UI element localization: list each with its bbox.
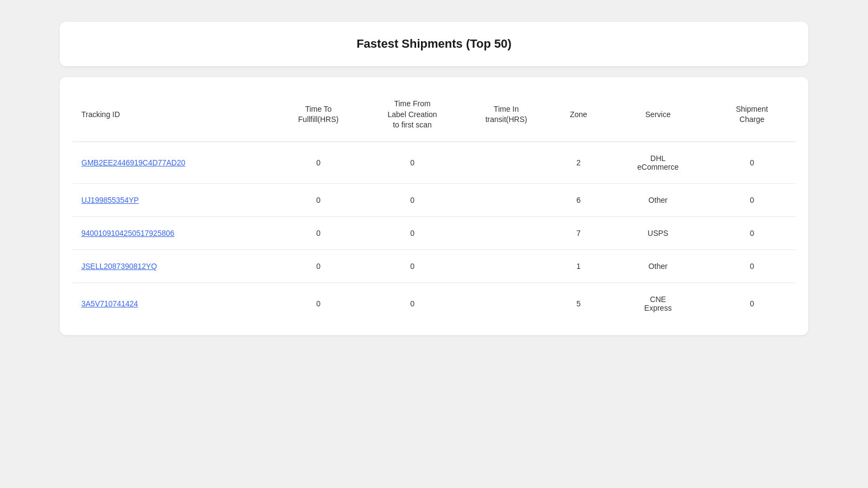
cell-charge: 0 bbox=[709, 183, 795, 216]
shipments-table: Tracking ID Time ToFullfill(HRS) Time Fr… bbox=[73, 88, 795, 324]
cell-time-transit bbox=[463, 142, 550, 183]
cell-time-fulfill: 0 bbox=[275, 216, 362, 249]
table-row: 3A5V710741424005CNEExpress0 bbox=[73, 282, 795, 324]
cell-tracking-id: JSELL2087390812YQ bbox=[73, 249, 275, 282]
cell-service: DHLeCommerce bbox=[608, 142, 709, 183]
cell-time-fulfill: 0 bbox=[275, 142, 362, 183]
cell-zone: 6 bbox=[550, 183, 608, 216]
cell-charge: 0 bbox=[709, 249, 795, 282]
title-card: Fastest Shipments (Top 50) bbox=[60, 22, 808, 66]
cell-tracking-id: UJ199855354YP bbox=[73, 183, 275, 216]
cell-tracking-id: 9400109104250517925806 bbox=[73, 216, 275, 249]
col-header-zone: Zone bbox=[550, 88, 608, 142]
cell-time-label: 0 bbox=[362, 183, 463, 216]
table-row: 9400109104250517925806007USPS0 bbox=[73, 216, 795, 249]
col-header-transit: Time Intransit(HRS) bbox=[463, 88, 550, 142]
cell-time-transit bbox=[463, 249, 550, 282]
cell-service: Other bbox=[608, 249, 709, 282]
tracking-id-link[interactable]: GMB2EE2446919C4D77AD20 bbox=[81, 158, 185, 167]
col-header-charge: ShipmentCharge bbox=[709, 88, 795, 142]
cell-time-transit bbox=[463, 282, 550, 324]
cell-time-fulfill: 0 bbox=[275, 249, 362, 282]
cell-zone: 1 bbox=[550, 249, 608, 282]
cell-time-fulfill: 0 bbox=[275, 282, 362, 324]
table-header-row: Tracking ID Time ToFullfill(HRS) Time Fr… bbox=[73, 88, 795, 142]
table-card: Tracking ID Time ToFullfill(HRS) Time Fr… bbox=[60, 77, 808, 335]
table-row: GMB2EE2446919C4D77AD20002DHLeCommerce0 bbox=[73, 142, 795, 183]
cell-charge: 0 bbox=[709, 142, 795, 183]
tracking-id-link[interactable]: JSELL2087390812YQ bbox=[81, 262, 157, 271]
cell-time-transit bbox=[463, 216, 550, 249]
cell-time-transit bbox=[463, 183, 550, 216]
cell-service: USPS bbox=[608, 216, 709, 249]
cell-time-label: 0 bbox=[362, 142, 463, 183]
cell-time-label: 0 bbox=[362, 249, 463, 282]
cell-charge: 0 bbox=[709, 216, 795, 249]
cell-charge: 0 bbox=[709, 282, 795, 324]
cell-time-label: 0 bbox=[362, 282, 463, 324]
col-header-fulfill: Time ToFullfill(HRS) bbox=[275, 88, 362, 142]
cell-zone: 5 bbox=[550, 282, 608, 324]
cell-tracking-id: GMB2EE2446919C4D77AD20 bbox=[73, 142, 275, 183]
cell-zone: 2 bbox=[550, 142, 608, 183]
cell-service: CNEExpress bbox=[608, 282, 709, 324]
cell-service: Other bbox=[608, 183, 709, 216]
tracking-id-link[interactable]: 9400109104250517925806 bbox=[81, 229, 174, 237]
page-title: Fastest Shipments (Top 50) bbox=[81, 37, 787, 51]
table-row: UJ199855354YP006Other0 bbox=[73, 183, 795, 216]
tracking-id-link[interactable]: UJ199855354YP bbox=[81, 196, 139, 204]
cell-zone: 7 bbox=[550, 216, 608, 249]
table-row: JSELL2087390812YQ001Other0 bbox=[73, 249, 795, 282]
cell-time-label: 0 bbox=[362, 216, 463, 249]
tracking-id-link[interactable]: 3A5V710741424 bbox=[81, 299, 138, 308]
col-header-service: Service bbox=[608, 88, 709, 142]
cell-tracking-id: 3A5V710741424 bbox=[73, 282, 275, 324]
cell-time-fulfill: 0 bbox=[275, 183, 362, 216]
col-header-label: Time FromLabel Creationto first scan bbox=[362, 88, 463, 142]
col-header-tracking: Tracking ID bbox=[73, 88, 275, 142]
